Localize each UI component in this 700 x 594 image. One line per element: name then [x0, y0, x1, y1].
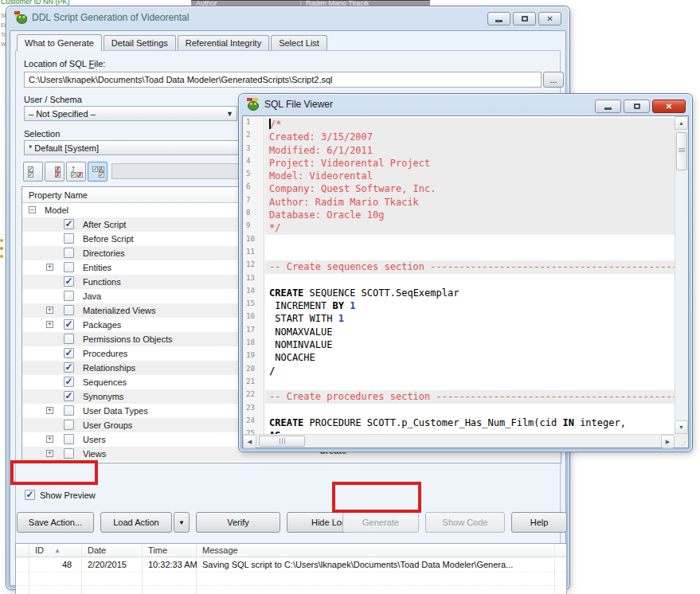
- tree-checkbox[interactable]: ✓: [64, 391, 74, 401]
- resize-grip[interactable]: [675, 434, 688, 447]
- user-schema-select[interactable]: – Not Specified – ▼: [24, 106, 237, 121]
- expand-icon[interactable]: +: [46, 307, 53, 314]
- bg-text: Er: [1, 21, 6, 30]
- viewer-close-button[interactable]: ✕: [652, 100, 686, 113]
- tree-checkbox[interactable]: [64, 405, 74, 416]
- show-code-button[interactable]: Show Code: [425, 512, 505, 533]
- uncheck-all-icon: ✗✗: [49, 166, 61, 178]
- tree-item-label: Packages: [83, 320, 121, 330]
- expand-icon[interactable]: +: [46, 407, 53, 414]
- chevron-down-icon: ▼: [226, 110, 233, 118]
- line-number: 16: [243, 312, 264, 325]
- save-action-button[interactable]: Save Action...: [17, 512, 94, 533]
- close-icon: ✕: [546, 15, 553, 23]
- sql-file-path-input[interactable]: C:\Users\lknapek\Documents\Toad Data Mod…: [24, 72, 542, 88]
- log-header-id[interactable]: ID: [35, 545, 44, 555]
- code-area[interactable]: /*Created: 3/15/2007Modified: 6/1/2011Pr…: [265, 116, 675, 434]
- tree-item-label: Functions: [83, 277, 121, 287]
- show-preview-checkbox[interactable]: ✓: [25, 490, 35, 500]
- line-number: 10: [243, 235, 264, 248]
- tab-referential-integrity[interactable]: Referential Integrity: [178, 35, 269, 50]
- collapse-icon[interactable]: −: [29, 206, 36, 213]
- code-line: Author: Radim Mario Tkacik: [265, 196, 675, 209]
- load-action-dropdown-button[interactable]: ▼: [174, 512, 190, 533]
- scroll-up-button[interactable]: ▲: [675, 116, 688, 130]
- minimize-icon: [604, 107, 612, 110]
- bg-dot: [0, 247, 3, 250]
- verify-button[interactable]: Verify: [196, 512, 280, 533]
- tree-checkbox[interactable]: [64, 233, 74, 244]
- expand-icon[interactable]: +: [46, 450, 53, 457]
- viewer-maximize-button[interactable]: [624, 100, 650, 113]
- expand-icon[interactable]: +: [46, 264, 53, 271]
- tree-checkbox[interactable]: [64, 262, 74, 272]
- code-line: */: [265, 221, 675, 234]
- tab-select-list[interactable]: Select List: [271, 35, 327, 50]
- log-cell-date: 2/20/2015: [88, 560, 127, 569]
- expand-icon[interactable]: +: [46, 436, 53, 443]
- scroll-left-button[interactable]: ◀: [243, 435, 256, 448]
- log-header-message[interactable]: Message: [202, 545, 238, 555]
- divider: [16, 585, 566, 586]
- tree-checkbox[interactable]: ✓: [64, 362, 74, 373]
- viewer-minimize-button[interactable]: [595, 100, 621, 113]
- line-number: 9: [243, 221, 264, 234]
- log-header-time[interactable]: Time: [148, 545, 167, 555]
- load-action-button[interactable]: Load Action: [100, 512, 172, 533]
- dialog-titlebar[interactable]: DDL Script Generation of Videorental ✕: [6, 6, 569, 29]
- tree-checkbox[interactable]: [64, 420, 74, 430]
- browse-button[interactable]: ...: [543, 72, 564, 88]
- tree-checkbox[interactable]: [64, 305, 74, 315]
- log-header-date[interactable]: Date: [88, 545, 106, 555]
- tree-checkbox[interactable]: [64, 291, 74, 301]
- tree-checkbox[interactable]: ✓: [64, 348, 74, 358]
- tree-checkbox[interactable]: [64, 434, 74, 444]
- invert-selection-button[interactable]: ⤴ ✓✗: [66, 162, 86, 182]
- tree-checkbox[interactable]: ✓: [64, 377, 74, 387]
- tree-checkbox[interactable]: [64, 248, 74, 258]
- vertical-scrollbar[interactable]: ▲ ▼: [675, 116, 688, 434]
- line-number: 23: [243, 404, 264, 416]
- log-row[interactable]: 48 2/20/2015 10:32:33 AM Saving SQL scri…: [16, 558, 566, 571]
- expand-icon[interactable]: +: [46, 321, 53, 328]
- horizontal-scrollbar[interactable]: ◀ ▶: [243, 434, 675, 447]
- vertical-scroll-thumb[interactable]: [676, 132, 687, 170]
- bg-text: St: [1, 11, 6, 21]
- toad-app-icon: [14, 11, 27, 24]
- horizontal-scroll-thumb[interactable]: [259, 436, 305, 447]
- line-number: 12: [243, 260, 264, 273]
- tab-detail-settings[interactable]: Detail Settings: [104, 35, 176, 50]
- line-number: 21: [243, 377, 264, 390]
- tree-item-label: Permissions to Objects: [83, 334, 172, 344]
- line-number: 11: [243, 248, 264, 260]
- dialog-caption-buttons: ✕: [487, 12, 561, 25]
- tree-item-label: Procedures: [83, 349, 127, 358]
- tree-checkbox[interactable]: ✓: [64, 276, 74, 287]
- help-button[interactable]: Help: [511, 512, 567, 533]
- viewer-titlebar[interactable]: SQL File Viewer ✕: [239, 94, 692, 115]
- sql-file-viewer-window: SQL File Viewer ✕ 1234567891011121314151…: [239, 94, 692, 451]
- viewer-caption-buttons: ✕: [595, 100, 686, 113]
- line-number: 24: [243, 416, 264, 429]
- tree-checkbox[interactable]: [64, 334, 74, 344]
- tree-checkbox[interactable]: ✓: [64, 319, 74, 330]
- tree-checkbox[interactable]: ✓: [64, 219, 74, 229]
- scroll-right-button[interactable]: ▶: [661, 435, 675, 448]
- auto-select-button[interactable]: ✓ A ✓: [88, 162, 108, 182]
- scroll-down-button[interactable]: ▼: [675, 420, 688, 434]
- generate-button[interactable]: Generate: [342, 512, 419, 533]
- divider: [16, 572, 566, 573]
- code-line: -- Create procedures section -----------…: [265, 390, 675, 403]
- close-button[interactable]: ✕: [538, 12, 561, 25]
- minimize-button[interactable]: [487, 12, 510, 25]
- show-preview-label: Show Preview: [40, 490, 96, 500]
- tab-what-to-generate[interactable]: What to Generate: [17, 34, 102, 51]
- line-number: 17: [243, 326, 264, 338]
- check-all-button[interactable]: ✓✓: [23, 162, 43, 182]
- tree-checkbox[interactable]: [64, 448, 74, 459]
- tree-item-label: User Groups: [83, 420, 132, 430]
- sort-ascending-icon: ▲: [54, 547, 61, 554]
- maximize-button[interactable]: [513, 12, 536, 25]
- annotation-highlight-generate: [332, 482, 421, 513]
- uncheck-all-button[interactable]: ✗✗: [45, 162, 65, 182]
